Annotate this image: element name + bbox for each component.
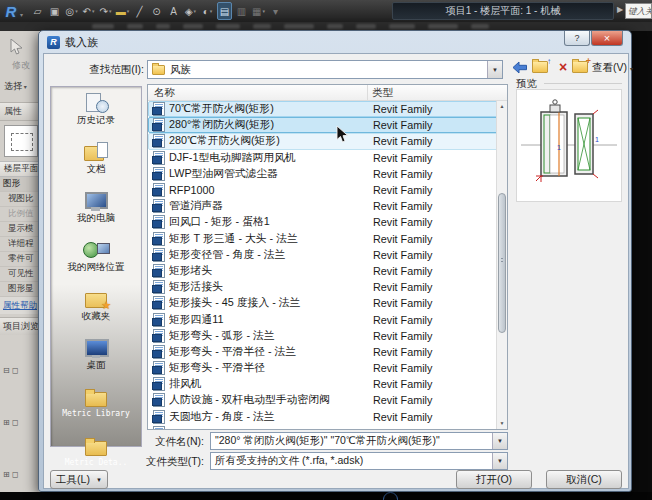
project-browser-tree[interactable]: ⊟ ◻ ⊞ ◻ ⊞ ◻ ▦ ▤ ⊞ ▭ ⊞ ◎ <box>0 335 42 500</box>
view-menu-button[interactable]: 查看(V) <box>592 61 632 75</box>
save-icon[interactable]: ▣ <box>47 2 62 20</box>
view-type-row[interactable]: 楼层平面 <box>0 161 42 177</box>
places-bar-item[interactable]: 收藏夹 <box>51 289 141 334</box>
type-selector[interactable] <box>4 125 38 157</box>
file-row[interactable]: 矩形接头 - 45 度接入 - 法兰 Revit Family <box>148 295 507 311</box>
file-row[interactable]: LWP型油网管式滤尘器 Revit Family <box>148 166 507 182</box>
rfa-file-icon <box>153 361 165 375</box>
file-row[interactable]: 回风口 - 矩形 - 蛋格1 Revit Family <box>148 214 507 230</box>
rfa-file-icon <box>153 134 165 148</box>
close-hidden-windows-icon[interactable]: ▥ <box>234 2 249 20</box>
file-name-cell: 管道消声器 <box>169 199 363 213</box>
file-row[interactable]: 管道消声器 Revit Family <box>148 198 507 214</box>
file-row[interactable]: 天圆地方 - 角度 - 法兰 Revit Family <box>148 409 507 425</box>
tag-icon[interactable]: ⊙ <box>149 2 164 20</box>
file-name-cell: 矩形变径管 - 角度 - 法兰 <box>169 248 363 262</box>
property-row-label: 视图比 <box>8 193 34 203</box>
quick-access-toolbar: ▱ ▣ ◎ ↶ ↷ ▬ ╱ ⊙ A ◈ ◐ ▤ ▥ ▦ ▾ <box>29 0 284 22</box>
file-row[interactable]: 排风机 Revit Family <box>148 376 507 392</box>
thin-lines-icon[interactable]: ▤ <box>217 2 232 20</box>
switch-windows-icon[interactable]: ▦ <box>251 2 266 20</box>
property-row[interactable]: 比例值 <box>0 207 42 222</box>
file-row[interactable]: 矩形弯头 - 弧形 - 法兰 Revit Family <box>148 328 507 344</box>
places-bar-item[interactable]: 历史记录 <box>51 93 141 138</box>
chevron-down-icon[interactable]: ▼ <box>492 453 507 469</box>
tree-node-icon[interactable]: ⊞ ◻ <box>3 468 42 481</box>
modify-label[interactable]: 修改 <box>0 59 42 72</box>
file-row[interactable]: 280°常闭防火阀(矩形) Revit Family <box>148 117 507 133</box>
file-type-cell: Revit Family <box>373 330 432 342</box>
file-type-cell: Revit Family <box>373 135 432 147</box>
property-row[interactable]: 图形 <box>0 177 42 192</box>
scroll-down-icon[interactable]: ▼ <box>497 418 507 429</box>
file-row[interactable]: 矩形弯头 - 平滑半径 Revit Family <box>148 360 507 376</box>
property-row[interactable]: 视图比 <box>0 192 42 207</box>
places-bar-item[interactable]: Metric Library <box>51 387 141 432</box>
look-in-combobox[interactable]: 风族 ▼ <box>147 60 503 79</box>
create-new-folder-icon[interactable]: + <box>572 61 588 73</box>
file-row[interactable]: 280℃常开防火阀(矩形) Revit Family <box>148 133 507 149</box>
dialog-titlebar[interactable]: R 载入族 ? × <box>39 31 631 53</box>
property-row[interactable]: 显示模 <box>0 222 42 237</box>
chevron-down-icon[interactable]: ▼ <box>492 433 507 449</box>
title-expand-icon[interactable]: ▶ <box>617 5 623 14</box>
places-bar-item[interactable]: 我的电脑 <box>51 191 141 236</box>
file-row[interactable]: 矩形堵头 Revit Family <box>148 263 507 279</box>
undo-icon[interactable]: ↶ <box>81 2 96 20</box>
revit-logo-icon[interactable]: R <box>0 0 22 22</box>
default-3d-view-icon[interactable]: ◈ <box>183 2 198 20</box>
file-name-cell: 矩形堵头 <box>169 264 363 278</box>
dimension-icon[interactable]: ▬ <box>115 2 130 20</box>
project-browser-header[interactable]: 项目浏览 <box>0 317 42 335</box>
scrollbar-thumb[interactable] <box>498 193 506 333</box>
places-bar-item[interactable]: 桌面 <box>51 338 141 383</box>
section-icon[interactable]: ◐ <box>200 2 215 20</box>
file-row[interactable]: 矩形四通11 Revit Family <box>148 311 507 327</box>
property-row-label: 详细程 <box>8 238 34 248</box>
open-icon[interactable]: ▱ <box>30 2 45 20</box>
places-bar-item[interactable]: 文档 <box>51 142 141 187</box>
tools-button[interactable]: 工具(L) ▼ <box>50 470 108 489</box>
measure-icon[interactable]: ╱ <box>132 2 147 20</box>
file-row[interactable]: 矩形弯头 - 平滑半径 - 法兰 Revit Family <box>148 344 507 360</box>
up-one-level-icon[interactable]: ↑ <box>532 61 548 73</box>
column-header-name[interactable]: 名称 <box>148 85 368 100</box>
logo-caret-icon[interactable]: ▾ <box>20 11 23 18</box>
sync-icon[interactable]: ◎ <box>64 2 79 20</box>
toolbar-more-icon[interactable]: ▾ <box>268 2 283 20</box>
property-row[interactable]: 详细程 <box>0 237 42 252</box>
cancel-button[interactable]: 取消(C) <box>546 470 622 489</box>
properties-help-link[interactable]: 属性帮助 <box>0 297 42 314</box>
chevron-down-icon[interactable]: ▼ <box>487 61 502 78</box>
delete-icon[interactable]: × <box>556 61 570 73</box>
column-header-type[interactable]: 类型 <box>368 85 507 100</box>
scroll-up-icon[interactable]: ▲ <box>497 101 507 112</box>
file-row[interactable]: 矩形 T 形三通 - 大头 - 法兰 Revit Family <box>148 231 507 247</box>
file-row[interactable]: RFP1000 Revit Family <box>148 182 507 198</box>
property-row[interactable]: 可见性 <box>0 267 42 282</box>
file-row[interactable]: 人防设施 - 双杆电动型手动密闭阀 Revit Family <box>148 392 507 408</box>
file-type-cell: Revit Family <box>373 362 432 374</box>
vertical-scrollbar[interactable]: ▲ ▼ <box>496 101 507 429</box>
search-input[interactable]: 键入关键 <box>625 3 652 19</box>
property-row[interactable]: 零件可 <box>0 252 42 267</box>
file-name-combobox[interactable]: "280° 常闭防火阀(矩形)" "70℃常开防火阀(矩形)" ▼ <box>210 432 508 450</box>
redo-icon[interactable]: ↷ <box>98 2 113 20</box>
file-row[interactable]: DJF-1型电动脚踏两用风机 Revit Family <box>148 150 507 166</box>
tree-node-icon[interactable]: ⊟ ◻ <box>3 364 42 377</box>
tree-node-icon[interactable]: ⊞ ◻ <box>3 416 42 429</box>
file-row[interactable]: 70℃常开防火阀(矩形) Revit Family <box>148 101 507 117</box>
text-icon[interactable]: A <box>166 2 181 20</box>
open-button[interactable]: 打开(O) <box>456 470 532 489</box>
file-row[interactable]: 矩形活接头 Revit Family <box>148 279 507 295</box>
file-row[interactable]: 矩形变径管 - 角度 - 法兰 Revit Family <box>148 247 507 263</box>
file-type-combobox[interactable]: 所有受支持的文件 (*.rfa, *.adsk) ▼ <box>210 452 508 470</box>
places-bar-item[interactable]: 我的网络位置 <box>51 240 141 285</box>
back-icon[interactable] <box>510 61 528 74</box>
file-type-cell: Revit Family <box>373 216 432 228</box>
file-row[interactable] <box>148 425 507 430</box>
help-button[interactable]: ? <box>564 31 590 46</box>
select-dropdown[interactable]: 选择 <box>4 80 42 93</box>
property-row[interactable]: 图形显 <box>0 282 42 297</box>
close-button[interactable]: × <box>591 31 623 46</box>
